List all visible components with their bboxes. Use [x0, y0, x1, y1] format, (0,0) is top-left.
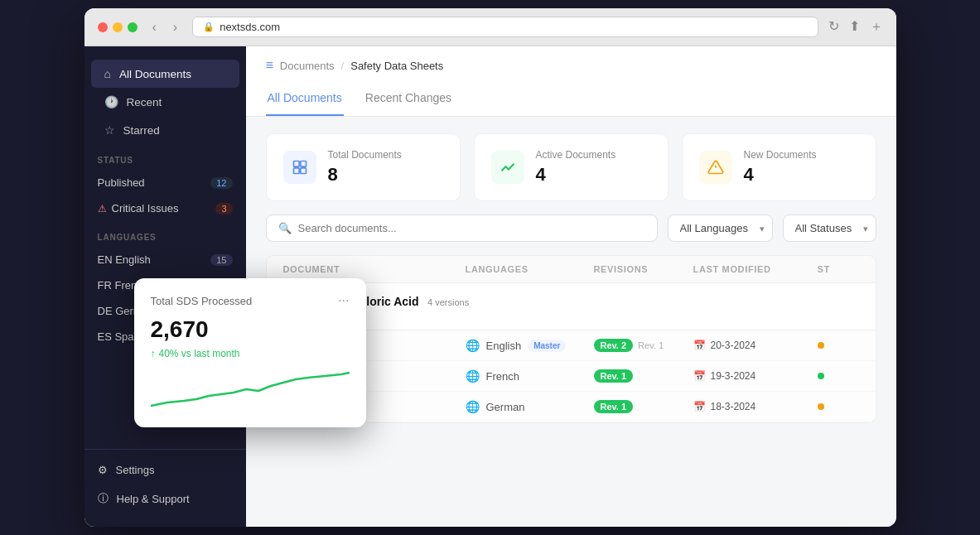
- total-docs-label: Total Documents: [328, 149, 402, 161]
- clock-icon: 🕐: [104, 95, 118, 108]
- stat-info-active: Active Documents 4: [536, 149, 616, 186]
- breadcrumb-root[interactable]: Documents: [280, 60, 335, 72]
- published-label: Published: [98, 176, 145, 189]
- sidebar-item-settings[interactable]: ⚙ Settings: [84, 456, 246, 484]
- app-layout: ⌂ All Documents 🕐 Recent ☆ Starred STATU…: [84, 46, 896, 527]
- calendar-icon-fr: 📅: [693, 370, 706, 382]
- stat-card-total: Total Documents 8: [266, 133, 461, 201]
- new-docs-value: 4: [744, 164, 817, 186]
- sidebar-label-all-documents: All Documents: [119, 68, 191, 80]
- sidebar-item-recent[interactable]: 🕐 Recent: [91, 88, 239, 116]
- status-filter-wrap: All Statuses Published Draft Archived: [783, 214, 876, 242]
- help-icon: ⓘ: [98, 491, 109, 506]
- sidebar-item-english[interactable]: EN English 15: [84, 247, 246, 272]
- date-value-fr: 19-3-2024: [711, 370, 756, 382]
- th-last-modified: LAST MODIFIED: [693, 264, 818, 274]
- settings-icon: ⚙: [98, 464, 108, 476]
- critical-badge: 3: [215, 203, 232, 214]
- lang-label-fr: 🌐 French: [466, 369, 594, 383]
- svg-rect-0: [293, 161, 299, 167]
- card-header: Total SDS Processed ···: [151, 293, 350, 308]
- tab-all-documents[interactable]: All Documents: [266, 84, 344, 116]
- trend-text: 40% vs last month: [159, 348, 240, 359]
- new-docs-icon: [699, 151, 732, 184]
- date-de: 📅 18-3-2024: [693, 401, 818, 412]
- svg-rect-1: [300, 161, 306, 167]
- stat-info-total: Total Documents 8: [328, 149, 402, 186]
- lock-icon: 🔒: [203, 22, 215, 32]
- date-fr: 📅 19-3-2024: [693, 370, 818, 382]
- stats-row: Total Documents 8 Active Documents 4: [246, 117, 896, 214]
- sidebar-item-all-documents[interactable]: ⌂ All Documents: [91, 60, 239, 88]
- card-menu-button[interactable]: ···: [338, 293, 349, 308]
- help-label: Help & Support: [117, 493, 190, 505]
- sidebar-item-starred[interactable]: ☆ Starred: [91, 116, 239, 144]
- published-badge: 12: [210, 177, 232, 189]
- address-bar[interactable]: 🔒 nextsds.com: [192, 17, 818, 37]
- english-label: EN English: [98, 253, 151, 266]
- trend-chart: [151, 371, 350, 412]
- sidebar-label-starred: Starred: [123, 124, 160, 137]
- stat-info-new: New Documents 4: [744, 149, 817, 186]
- master-badge: Master: [528, 340, 566, 352]
- lang-name-de: German: [486, 401, 525, 413]
- search-icon: 🔍: [278, 222, 292, 234]
- date-en: 📅 20-3-2024: [693, 340, 818, 351]
- search-input[interactable]: [298, 222, 645, 234]
- reload-icon[interactable]: ↻: [828, 18, 839, 36]
- stat-card-active: Active Documents 4: [474, 133, 669, 201]
- languages-section-label: LANGUAGES: [84, 221, 246, 247]
- versions-badge: 4 versions: [427, 297, 469, 307]
- rev-fr: Rev. 1: [594, 369, 693, 383]
- browser-actions: ↻ ⬆ ＋: [828, 18, 883, 36]
- forward-button[interactable]: ›: [168, 18, 182, 36]
- status-dot-de: [818, 403, 824, 410]
- total-docs-value: 8: [328, 164, 402, 186]
- globe-icon-en: 🌐: [466, 339, 480, 352]
- floating-stats-card: Total SDS Processed ··· 2,670 ↑ 40% vs l…: [134, 278, 366, 427]
- browser-toolbar: ‹ › 🔒 nextsds.com ↻ ⬆ ＋: [84, 8, 896, 46]
- new-tab-icon[interactable]: ＋: [870, 18, 883, 36]
- sidebar-item-published[interactable]: Published 12: [84, 170, 246, 195]
- calendar-icon-de: 📅: [693, 401, 706, 412]
- close-button[interactable]: [98, 22, 108, 32]
- breadcrumb: ≡ Documents / Safety Data Sheets: [266, 58, 876, 73]
- status-fr: [818, 373, 859, 379]
- search-box[interactable]: 🔍: [266, 214, 658, 242]
- breadcrumb-current: Safety Data Sheets: [350, 60, 443, 72]
- breadcrumb-separator: /: [341, 60, 345, 72]
- trend-arrow-icon: ↑: [151, 348, 156, 359]
- main-tabs: All Documents Recent Changes: [266, 84, 876, 116]
- date-value-en: 20-3-2024: [711, 340, 756, 351]
- nav-buttons: ‹ ›: [147, 18, 183, 36]
- filters-row: 🔍 All Languages English French German Sp…: [246, 214, 896, 255]
- lang-label-de: 🌐 German: [466, 400, 594, 413]
- lang-label-en: 🌐 English Master: [466, 339, 594, 352]
- tab-recent-changes[interactable]: Recent Changes: [364, 84, 453, 116]
- maximize-button[interactable]: [128, 22, 138, 32]
- share-icon[interactable]: ⬆: [849, 18, 860, 36]
- language-filter-wrap: All Languages English French German Span…: [668, 214, 773, 242]
- active-docs-icon: [491, 151, 524, 184]
- stat-card-new: New Documents 4: [682, 133, 876, 201]
- settings-label: Settings: [116, 464, 155, 476]
- active-docs-value: 4: [536, 164, 616, 186]
- sidebar-item-critical-issues[interactable]: ⚠ Critical Issues 3: [84, 195, 246, 221]
- status-section-label: STATUS: [84, 144, 246, 170]
- language-filter[interactable]: All Languages English French German Span…: [668, 214, 773, 242]
- th-document: DOCUMENT: [283, 264, 466, 274]
- svg-rect-2: [293, 168, 299, 174]
- status-filter[interactable]: All Statuses Published Draft Archived: [783, 214, 876, 242]
- english-count: 15: [210, 254, 232, 266]
- rev-current-fr: Rev. 1: [594, 369, 634, 383]
- date-value-de: 18-3-2024: [711, 401, 756, 412]
- th-status: ST: [818, 264, 859, 274]
- lang-name-en: English: [486, 340, 522, 352]
- breadcrumb-icon: ≡: [266, 58, 273, 73]
- total-docs-icon: [283, 151, 316, 184]
- sidebar-item-help-support[interactable]: ⓘ Help & Support: [84, 484, 246, 513]
- browser-window: ‹ › 🔒 nextsds.com ↻ ⬆ ＋ ⌂ All Documents …: [84, 8, 896, 527]
- minimize-button[interactable]: [113, 22, 123, 32]
- critical-label: Critical Issues: [112, 202, 179, 214]
- back-button[interactable]: ‹: [147, 18, 162, 36]
